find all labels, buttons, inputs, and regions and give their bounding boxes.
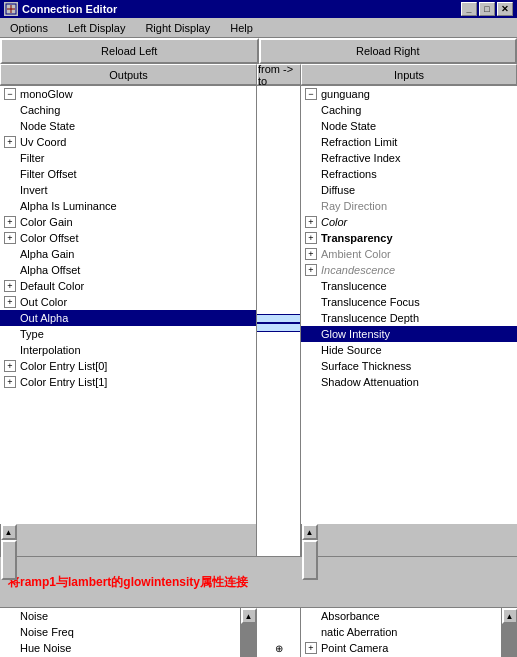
connection-arrows (257, 86, 300, 556)
list-item[interactable]: Absorbance (301, 608, 501, 624)
list-item[interactable]: + Color (301, 214, 517, 230)
scroll-up-btn[interactable]: ▲ (502, 608, 518, 624)
list-item[interactable]: + Transparency (301, 230, 517, 246)
list-item[interactable]: + Color Offset (0, 230, 256, 246)
collapse-icon[interactable]: − (305, 88, 317, 100)
close-button[interactable]: ✕ (497, 2, 513, 16)
plus-item: ⊕ (257, 640, 300, 656)
left-panel: − monoGlow Caching Node State + Uv Coord… (0, 86, 257, 556)
scroll-up-btn[interactable]: ▲ (302, 524, 318, 540)
list-item[interactable]: + Color Entry List[0] (0, 358, 256, 374)
reload-left-button[interactable]: Reload Left (0, 38, 259, 64)
list-item[interactable]: Caching (0, 102, 256, 118)
menu-options[interactable]: Options (4, 20, 54, 36)
expand-icon[interactable]: + (4, 360, 16, 372)
bottom-left-list[interactable]: Noise Noise Freq Hue Noise Sat Noise V N… (0, 608, 240, 657)
arrow-item (257, 186, 300, 202)
list-item[interactable]: Filter (0, 150, 256, 166)
list-item[interactable]: Translucence Depth (301, 310, 517, 326)
list-item[interactable]: Alpha Offset (0, 262, 256, 278)
list-item[interactable]: Diffuse (301, 182, 517, 198)
right-scrollbar[interactable]: ▲ ▼ (301, 524, 317, 556)
list-item[interactable]: Noise Freq (0, 624, 240, 640)
bottom-left-panel: Noise Noise Freq Hue Noise Sat Noise V N… (0, 608, 257, 657)
collapse-icon[interactable]: − (4, 88, 16, 100)
reload-right-button[interactable]: Reload Right (259, 38, 518, 64)
bottom-lists: Noise Noise Freq Hue Noise Sat Noise V N… (0, 608, 517, 657)
list-item-selected[interactable]: Glow Intensity (301, 326, 517, 342)
list-item[interactable]: Noise (0, 608, 240, 624)
list-item[interactable]: Translucence (301, 278, 517, 294)
list-item[interactable]: + Point Camera (301, 640, 501, 656)
list-item[interactable]: Caching (301, 102, 517, 118)
bottom-right-list[interactable]: Absorbance natic Aberration + Point Came… (301, 608, 501, 657)
window: Connection Editor _ □ ✕ Options Left Dis… (0, 0, 517, 657)
expand-icon[interactable]: + (4, 280, 16, 292)
list-item[interactable]: Interpolation (0, 342, 256, 358)
list-item[interactable]: Ray Direction (301, 198, 517, 214)
column-headers: Outputs from -> to Inputs (0, 64, 517, 86)
main-area: − monoGlow Caching Node State + Uv Coord… (0, 86, 517, 556)
outputs-header: Outputs (0, 64, 257, 85)
list-item[interactable]: Hue Noise (0, 640, 240, 656)
list-item[interactable]: Translucence Focus (301, 294, 517, 310)
scroll-track[interactable] (241, 624, 257, 657)
list-item[interactable]: Refraction Limit (301, 134, 517, 150)
maximize-button[interactable]: □ (479, 2, 495, 16)
list-item[interactable]: − gunguang (301, 86, 517, 102)
right-list[interactable]: − gunguang Caching Node State Refraction… (301, 86, 517, 524)
scroll-up-btn[interactable]: ▲ (241, 608, 257, 624)
scroll-up-btn[interactable]: ▲ (1, 524, 17, 540)
arrow-item (257, 218, 300, 234)
left-scrollbar[interactable]: ▲ ▼ (0, 524, 16, 556)
arrow-item (257, 298, 300, 314)
list-item[interactable]: Refractions (301, 166, 517, 182)
expand-icon[interactable]: + (305, 248, 317, 260)
expand-icon[interactable]: + (305, 216, 317, 228)
scroll-thumb[interactable] (1, 540, 17, 580)
list-item[interactable]: Filter Offset (0, 166, 256, 182)
bottom-right-scrollbar[interactable]: ▲ ▼ (501, 608, 517, 657)
list-item[interactable]: + Uv Coord (0, 134, 256, 150)
expand-icon[interactable]: + (4, 232, 16, 244)
expand-icon[interactable]: + (305, 642, 317, 654)
expand-icon[interactable]: + (305, 264, 317, 276)
list-item[interactable]: + Color Gain (0, 214, 256, 230)
list-item[interactable]: Refractive Index (301, 150, 517, 166)
list-item[interactable]: + Default Color (0, 278, 256, 294)
menu-help[interactable]: Help (224, 20, 259, 36)
list-item[interactable]: − monoGlow (0, 86, 256, 102)
list-item[interactable]: + Out Color (0, 294, 256, 310)
arrow-item (257, 170, 300, 186)
list-item[interactable]: Alpha Gain (0, 246, 256, 262)
list-item[interactable]: Shadow Attenuation (301, 374, 517, 390)
menu-right-display[interactable]: Right Display (139, 20, 216, 36)
expand-icon[interactable]: + (305, 232, 317, 244)
list-item[interactable]: Invert (0, 182, 256, 198)
minimize-button[interactable]: _ (461, 2, 477, 16)
list-item-selected[interactable]: Out Alpha (0, 310, 256, 326)
list-item[interactable]: Surface Thickness (301, 358, 517, 374)
bottom-left-scrollbar[interactable]: ▲ ▼ (240, 608, 256, 657)
menu-left-display[interactable]: Left Display (62, 20, 131, 36)
list-item[interactable]: + Ambient Color (301, 246, 517, 262)
from-to-header: from -> to (257, 64, 301, 85)
expand-icon[interactable]: + (4, 296, 16, 308)
list-item[interactable]: Node State (301, 118, 517, 134)
expand-icon[interactable]: + (4, 136, 16, 148)
connection-line (257, 314, 300, 332)
list-item[interactable]: Alpha Is Luminance (0, 198, 256, 214)
scroll-thumb[interactable] (302, 540, 318, 580)
expand-icon[interactable]: + (4, 376, 16, 388)
list-item[interactable]: natic Aberration (301, 624, 501, 640)
left-list[interactable]: − monoGlow Caching Node State + Uv Coord… (0, 86, 256, 524)
list-item[interactable]: + Incandescence (301, 262, 517, 278)
scroll-track[interactable] (502, 624, 518, 657)
list-item[interactable]: Node State (0, 118, 256, 134)
list-item[interactable]: Hide Source (301, 342, 517, 358)
title-bar: Connection Editor _ □ ✕ (0, 0, 517, 18)
list-item[interactable]: + Color Entry List[1] (0, 374, 256, 390)
list-item[interactable]: Type (0, 326, 256, 342)
arrow-item (257, 266, 300, 282)
expand-icon[interactable]: + (4, 216, 16, 228)
